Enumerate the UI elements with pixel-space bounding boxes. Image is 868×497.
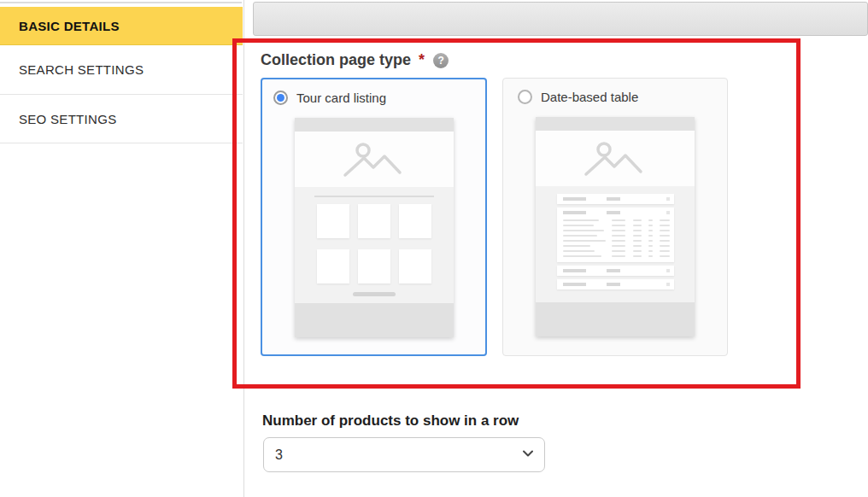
radio-row[interactable]: Tour card listing [273,91,485,105]
mockup-table-rows [557,194,674,289]
settings-page: BASIC DETAILS SEARCH SETTINGS SEO SETTIN… [0,0,868,497]
products-per-row-select-wrap: 3 [263,437,545,472]
option-card-tour-card-listing[interactable]: Tour card listing [261,78,487,356]
radio-row[interactable]: Date-based table [518,90,727,104]
image-placeholder-icon [340,141,408,178]
mockup-hero [295,132,454,187]
sidebar-item-basic-details[interactable]: BASIC DETAILS [0,7,243,45]
products-per-row-label: Number of products to show in a row [262,412,519,430]
content-top-panel [253,2,868,36]
option-label: Tour card listing [296,91,386,105]
radio-unselected-icon[interactable] [518,90,532,104]
mockup-row [557,279,674,289]
mockup-footer-bar [295,303,454,337]
products-per-row-select[interactable]: 3 [263,437,545,472]
mockup-body [295,187,454,303]
option-card-date-based-table[interactable]: Date-based table [502,78,728,356]
image-placeholder-icon [581,140,649,178]
mockup-body [536,186,695,302]
card-grid-illustration [295,118,454,337]
option-label: Date-based table [541,90,638,104]
mockup-header-bar [295,118,454,132]
mockup-row [557,266,674,276]
sidebar-content-divider [243,0,244,497]
mockup-card-grid [317,204,431,284]
date-table-illustration [536,117,695,336]
mockup-row-expanded [557,208,674,262]
radio-selected-icon[interactable] [273,91,288,105]
sidebar-top-divider [0,2,242,3]
sidebar-item-search-settings[interactable]: SEARCH SETTINGS [0,45,243,95]
mockup-row [557,194,674,204]
mockup-divider [314,196,434,197]
mockup-footer-bar [536,302,695,336]
collection-page-type-field-header: Collection page type * ? [261,51,449,69]
field-label: Collection page type [261,51,411,69]
help-icon[interactable]: ? [433,53,449,68]
required-asterisk: * [419,51,425,69]
sidebar-item-label: SEO SETTINGS [19,112,116,126]
sidebar-item-seo-settings[interactable]: SEO SETTINGS [0,95,243,143]
sidebar-item-label: SEARCH SETTINGS [19,62,144,77]
mockup-header-bar [536,117,695,131]
sidebar-item-label: BASIC DETAILS [19,19,120,33]
mockup-hero [536,131,695,186]
settings-sidebar: BASIC DETAILS SEARCH SETTINGS SEO SETTIN… [0,0,243,497]
mockup-button-placeholder [353,292,396,296]
